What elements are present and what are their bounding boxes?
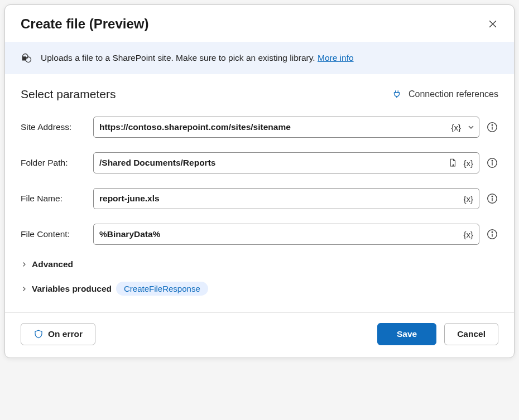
save-button[interactable]: Save: [377, 323, 436, 345]
on-error-button[interactable]: On error: [21, 323, 95, 345]
variable-token-button[interactable]: {x}: [461, 229, 475, 240]
chevron-down-icon[interactable]: [467, 123, 475, 132]
file-name-input[interactable]: [99, 194, 458, 204]
advanced-label: Advanced: [32, 259, 73, 269]
shield-icon: [33, 329, 44, 339]
field-folder-path: Folder Path: {x}: [21, 152, 498, 173]
svg-point-7: [492, 161, 492, 161]
file-content-input[interactable]: [99, 229, 458, 239]
section-header: Select parameters Connection references: [21, 88, 498, 101]
svg-point-11: [492, 232, 492, 233]
dialog-footer: On error Save Cancel: [5, 312, 514, 358]
info-icon[interactable]: [486, 192, 498, 205]
field-file-name: File Name: {x}: [21, 188, 498, 209]
section-title: Select parameters: [21, 88, 116, 101]
label-file-name: File Name:: [21, 194, 86, 204]
dialog-header: Create file (Preview): [5, 5, 514, 42]
label-folder-path: Folder Path:: [21, 158, 86, 168]
chevron-right-icon: [21, 261, 27, 268]
connection-references-button[interactable]: Connection references: [392, 89, 498, 99]
input-wrap-file-content: {x}: [93, 224, 479, 245]
create-file-dialog: Create file (Preview) S Uploads a file t…: [4, 4, 515, 358]
info-icon[interactable]: [486, 228, 498, 240]
plug-icon: [392, 89, 402, 99]
info-banner: S Uploads a file to a SharePoint site. M…: [5, 42, 514, 74]
banner-text: Uploads a file to a SharePoint site. Mak…: [41, 53, 354, 63]
variables-produced-label: Variables produced: [32, 284, 112, 294]
label-file-content: File Content:: [21, 229, 86, 239]
variable-tag[interactable]: CreateFileResponse: [116, 282, 208, 296]
svg-point-1: [26, 57, 31, 62]
input-wrap-folder-path: {x}: [93, 152, 479, 173]
variable-token-button[interactable]: {x}: [461, 157, 475, 169]
field-site-address: Site Address: {x}: [21, 117, 498, 138]
site-address-input[interactable]: [99, 122, 445, 132]
connection-references-label: Connection references: [409, 89, 498, 99]
input-wrap-file-name: {x}: [93, 188, 479, 209]
on-error-label: On error: [48, 329, 83, 339]
input-wrap-site-address: {x}: [93, 117, 479, 138]
cancel-button[interactable]: Cancel: [444, 323, 498, 345]
field-file-content: File Content: {x}: [21, 224, 498, 245]
svg-point-9: [492, 196, 492, 197]
advanced-expander[interactable]: Advanced: [21, 259, 498, 269]
close-icon[interactable]: [487, 18, 498, 30]
more-info-link[interactable]: More info: [318, 53, 354, 62]
variables-produced-expander[interactable]: Variables produced CreateFileResponse: [21, 282, 498, 296]
svg-point-5: [492, 125, 492, 125]
banner-message: Uploads a file to a SharePoint site. Mak…: [41, 53, 318, 62]
dialog-title: Create file (Preview): [21, 16, 148, 32]
sharepoint-icon: S: [21, 52, 33, 64]
footer-actions: Save Cancel: [377, 323, 498, 345]
variable-token-button[interactable]: {x}: [449, 122, 463, 133]
info-icon[interactable]: [486, 157, 498, 169]
label-site-address: Site Address:: [21, 122, 86, 132]
folder-path-input[interactable]: [99, 158, 444, 168]
variable-token-button[interactable]: {x}: [461, 193, 475, 205]
info-icon[interactable]: [486, 121, 498, 133]
file-picker-icon[interactable]: [448, 158, 458, 168]
svg-text:S: S: [23, 57, 25, 60]
chevron-right-icon: [21, 286, 27, 292]
dialog-body: Select parameters Connection references …: [5, 74, 514, 312]
